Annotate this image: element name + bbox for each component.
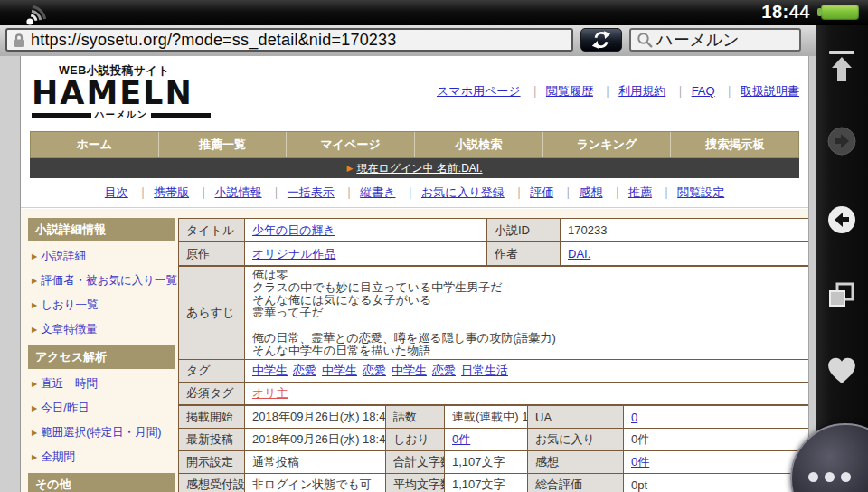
heart-icon [825,355,859,385]
browser-chrome [0,25,816,57]
sidebar-item-range-select[interactable]: ▶範囲選択(特定日・月間) [28,421,175,445]
table-row: タイトル 少年の日の輝き 小説ID 170233 [179,219,809,242]
logo-reading: ハーメルン [95,109,147,121]
sidebar-item-today-yesterday[interactable]: ▶今日/昨日 [28,396,175,421]
tag-link[interactable]: 恋愛 [363,364,386,377]
lock-icon [13,33,25,48]
nav-ranking[interactable]: ランキング [542,132,671,157]
forward-button[interactable] [816,125,868,157]
bullet-arrow-icon: ▶ [32,453,37,461]
total-rating-label: 総合評価 [528,474,624,492]
tag-link[interactable]: 中学生 [322,364,357,377]
link-recommend[interactable]: 推薦 [606,185,652,199]
ua-count-link[interactable]: 0 [631,411,637,424]
tag-link[interactable]: 恋愛 [293,364,316,377]
hameln-logo[interactable]: WEB小説投稿サイト HAMELN ハーメルン [32,63,211,121]
back-icon [826,203,858,236]
link-toc[interactable]: 目次 [105,185,128,199]
synopsis-text: 俺は零 クラスの中でも妙に目立っている中学生男子だ そんな俺には気になる女子がい… [245,267,809,360]
sidebar-item-label: 直近一時間 [41,376,98,392]
latest-post-label: 最新投稿 [179,429,245,451]
latest-post-value: 2018年09月26日(水) 18:42 [245,429,386,451]
sidebar-item-novel-detail[interactable]: ▶小説詳細 [28,244,175,269]
header-links: スマホ用ページ 閲覧履歴 利用規約 FAQ 取扱説明書 [437,83,799,99]
login-bar: ▶ 現在ログイン中 名前:DAI. [30,158,799,178]
arrow-icon: ▶ [346,164,353,173]
author-link[interactable]: DAI. [568,247,590,260]
bookmark-count-link[interactable]: 0件 [452,432,470,446]
link-rate[interactable]: 評価 [507,185,553,199]
bullet-arrow-icon: ▶ [32,429,37,437]
nav-mypage[interactable]: マイページ [286,132,414,157]
link-mobile-version[interactable]: 携帯版 [131,185,189,199]
link-view-settings[interactable]: 閲覧設定 [656,185,725,199]
url-bar[interactable] [5,28,573,52]
search-input[interactable] [656,31,799,50]
refresh-button[interactable] [580,28,622,52]
start-date-label: 掲載開始 [179,406,245,429]
link-history[interactable]: 閲覧履歴 [524,84,593,98]
logo-bar-left [32,113,91,118]
disclosure-value: 通常投稿 [245,451,386,474]
total-rating-value: 0pt [624,474,809,492]
bookmark-label: しおり [386,429,445,451]
nav-recommend-list[interactable]: 推薦一覧 [158,132,287,157]
sidebar-item-text-features[interactable]: ▶文章特徴量 [28,317,175,342]
tag-link[interactable]: 恋愛 [432,364,456,377]
link-novel-info[interactable]: 小説情報 [193,185,262,199]
sidebar-item-last-hour[interactable]: ▶直近一時間 [28,372,175,396]
link-batch-view[interactable]: 一括表示 [265,185,335,199]
table-row: 感想受付設定 非ログイン状態でも可 平均文字数 1,107文字 総合評価 0pt [179,474,809,492]
table-row: 掲載開始 2018年09月26日(水) 18:42 話数 連載(連載中) 1話 … [179,406,809,429]
nav-search-board[interactable]: 捜索掲示板 [670,132,798,157]
scroll-to-top-icon [826,49,857,85]
site-header: WEB小説投稿サイト HAMELN ハーメルン スマホ用ページ 閲覧履歴 利用規… [21,56,808,131]
link-faq[interactable]: FAQ [669,84,715,98]
sidebar-item-raters-favorites[interactable]: ▶評価者・被お気に入り一覧 [28,269,175,293]
logo-bar-right [151,113,211,118]
login-status-link[interactable]: 現在ログイン中 名前:DAI. [356,161,482,176]
table-row: あらすじ 俺は零 クラスの中でも妙に目立っている中学生男子だ そんな俺には気にな… [179,267,809,360]
novel-title-link[interactable]: 少年の日の輝き [252,223,335,237]
sidebar-item-all-period[interactable]: ▶全期間 [28,445,175,469]
browser-toolbar [816,25,868,492]
sidebar-item-bookmarks[interactable]: ▶しおり一覧 [28,293,175,317]
synopsis-label: あらすじ [179,267,245,360]
original-work-link[interactable]: オリジナル作品 [252,247,336,260]
link-manual[interactable]: 取扱説明書 [718,84,799,98]
webpage: WEB小説投稿サイト HAMELN ハーメルン スマホ用ページ 閲覧履歴 利用規… [20,56,808,492]
link-comments[interactable]: 感想 [557,185,603,199]
back-button[interactable] [816,203,868,236]
novel-id-value: 170233 [561,219,809,242]
tag-link[interactable]: 日常生活 [461,364,508,377]
search-bar[interactable] [629,28,801,52]
comments-count-link[interactable]: 0件 [631,455,649,468]
nav-novel-search[interactable]: 小説検索 [414,132,542,157]
link-add-favorite[interactable]: お気に入り登録 [399,185,505,199]
url-input[interactable] [31,31,571,50]
sidebar-item-label: 全期間 [41,449,75,465]
link-smartphone-page[interactable]: スマホ用ページ [437,84,521,98]
refresh-icon [590,29,612,51]
nav-home[interactable]: ホーム [31,132,158,157]
link-vertical-writing[interactable]: 縦書き [337,185,395,199]
link-terms[interactable]: 利用規約 [597,84,666,98]
sidebar-item-label: 評価者・被お気に入り一覧 [41,273,177,289]
bullet-arrow-icon: ▶ [32,252,37,260]
novel-links-row: 目次 携帯版 小説情報 一括表示 縦書き お気に入り登録 評価 感想 推薦 閲覧… [21,178,808,208]
tags-label: タグ [179,360,245,383]
bookmark-heart-button[interactable] [816,355,868,385]
windows-tabs-button[interactable] [816,280,868,311]
tag-link[interactable]: 中学生 [392,364,427,377]
required-tag-label: 必須タグ [179,383,245,405]
total-chars-label: 合計文字数 [386,451,445,474]
original-label: 原作 [179,242,245,266]
scroll-to-top-button[interactable] [816,49,868,85]
tag-link[interactable]: 中学生 [252,364,288,377]
required-tag-link[interactable]: オリ主 [252,386,288,400]
novel-detail-table: タイトル 少年の日の輝き 小説ID 170233 原作 オリジナル作品 作者 D… [178,218,808,492]
start-date-value: 2018年09月26日(水) 18:42 [245,406,386,429]
page-background: WEB小説投稿サイト HAMELN ハーメルン スマホ用ページ 閲覧履歴 利用規… [0,56,816,492]
status-bar: 18:44 [0,0,868,25]
bullet-arrow-icon: ▶ [32,277,37,285]
